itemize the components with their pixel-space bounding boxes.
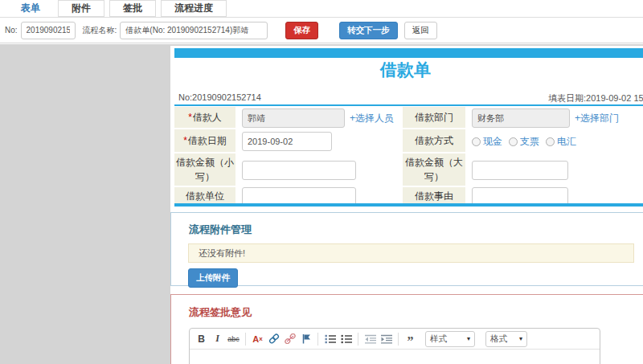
required-mark: * [183, 135, 187, 146]
table-row: 借款金额（小写） 借款金额（大写） [174, 153, 643, 187]
numbered-list-icon[interactable] [324, 332, 336, 346]
form-top-bar [174, 48, 643, 58]
approval-opinion-panel: 流程签批意见 B I abc Ax [170, 294, 643, 364]
unlink-icon[interactable] [284, 332, 296, 346]
radio-icon[interactable] [546, 137, 555, 146]
chevron-down-icon: ▾ [467, 335, 470, 342]
bulleted-list-icon[interactable] [340, 332, 352, 346]
fill-date: 填表日期:2019-09-02 15:27:1 [548, 92, 643, 104]
radio-icon[interactable] [472, 137, 481, 146]
document-number: No:20190902152714 [178, 92, 261, 102]
amount-lower-label: 借款金额（小写） [174, 153, 235, 187]
format-dropdown-label: 格式 [490, 333, 507, 345]
toolbar-separator [358, 333, 358, 346]
forward-next-step-button[interactable]: 转交下一步 [339, 22, 398, 39]
form-bottom-bar [174, 203, 643, 207]
borrower-input[interactable] [242, 108, 345, 128]
flow-name-label: 流程名称: [83, 25, 117, 36]
borrow-method-radios: 现金 支票 电汇 [472, 135, 643, 149]
bold-icon[interactable]: B [195, 332, 207, 346]
no-label: No: [5, 26, 18, 35]
indent-icon[interactable] [380, 332, 392, 346]
tab-bar: 表单 附件 签批 流程进度 [0, 0, 643, 18]
tab-progress[interactable]: 流程进度 [161, 0, 227, 17]
table-row: *借款日期 借款方式 现金 支票 电汇 [174, 129, 643, 153]
styles-dropdown-label: 样式 [430, 333, 447, 345]
back-button[interactable]: 返回 [404, 22, 437, 39]
styles-dropdown[interactable]: 样式 ▾ [425, 331, 475, 347]
blockquote-icon[interactable]: ” [404, 332, 416, 346]
amount-lower-input[interactable] [242, 161, 356, 180]
editor-toolbar: B I abc Ax [190, 329, 600, 350]
radio-wire[interactable]: 电汇 [546, 135, 576, 149]
flow-name-input[interactable] [120, 22, 268, 39]
upload-attachment-button[interactable]: 上传附件 [188, 268, 238, 288]
table-row: *借款人 +选择人员 借款部门 +选择部门 [174, 107, 643, 129]
borrow-date-input[interactable] [242, 132, 332, 151]
radio-check[interactable]: 支票 [509, 135, 539, 149]
no-attachment-alert: 还没有附件! [188, 243, 634, 263]
attachment-panel-heading: 流程附件管理 [189, 223, 643, 237]
radio-cash[interactable]: 现金 [472, 135, 502, 149]
action-bar: No: 流程名称: 保存 转交下一步 返回 [0, 18, 643, 43]
approval-opinion-heading: 流程签批意见 [189, 305, 643, 320]
borrow-date-label: *借款日期 [174, 129, 235, 153]
select-department-link[interactable]: +选择部门 [575, 112, 619, 125]
amount-upper-input[interactable] [472, 161, 568, 180]
strikethrough-icon[interactable]: abc [227, 332, 240, 346]
form-divider-bar [174, 104, 643, 106]
radio-icon[interactable] [509, 137, 518, 146]
editor-content-area[interactable] [190, 350, 600, 364]
borrower-label: *借款人 [174, 107, 235, 129]
rich-text-editor: B I abc Ax [189, 328, 600, 364]
form-document: 借款单 No:20190902152714 填表日期:2019-09-02 15… [170, 46, 643, 364]
chevron-down-icon: ▾ [519, 335, 522, 342]
required-mark: * [188, 112, 192, 123]
loan-form-table: *借款人 +选择人员 借款部门 +选择部门 *借款日期 借款方式 现金 支票 电… [174, 107, 643, 207]
format-dropdown[interactable]: 格式 ▾ [485, 331, 527, 347]
select-person-link[interactable]: +选择人员 [350, 112, 394, 125]
remove-format-icon[interactable]: Ax [252, 332, 264, 346]
toolbar-separator [317, 333, 318, 346]
method-label: 借款方式 [403, 129, 465, 153]
link-icon[interactable] [268, 332, 280, 346]
form-title: 借款单 [170, 59, 641, 81]
tab-attachments[interactable]: 附件 [58, 0, 104, 17]
department-input[interactable] [472, 108, 570, 128]
amount-upper-label: 借款金额（大写） [403, 153, 465, 187]
anchor-flag-icon[interactable] [300, 332, 312, 346]
save-button[interactable]: 保存 [285, 22, 318, 39]
toolbar-separator [398, 333, 399, 346]
department-label: 借款部门 [403, 107, 465, 129]
attachment-panel: 流程附件管理 还没有附件! 上传附件 [170, 212, 643, 286]
tab-form[interactable]: 表单 [8, 0, 53, 17]
no-input[interactable] [21, 22, 76, 39]
italic-icon[interactable]: I [211, 332, 223, 346]
tab-approval[interactable]: 签批 [109, 0, 156, 17]
outdent-icon[interactable] [364, 332, 376, 346]
toolbar-separator [245, 333, 246, 346]
